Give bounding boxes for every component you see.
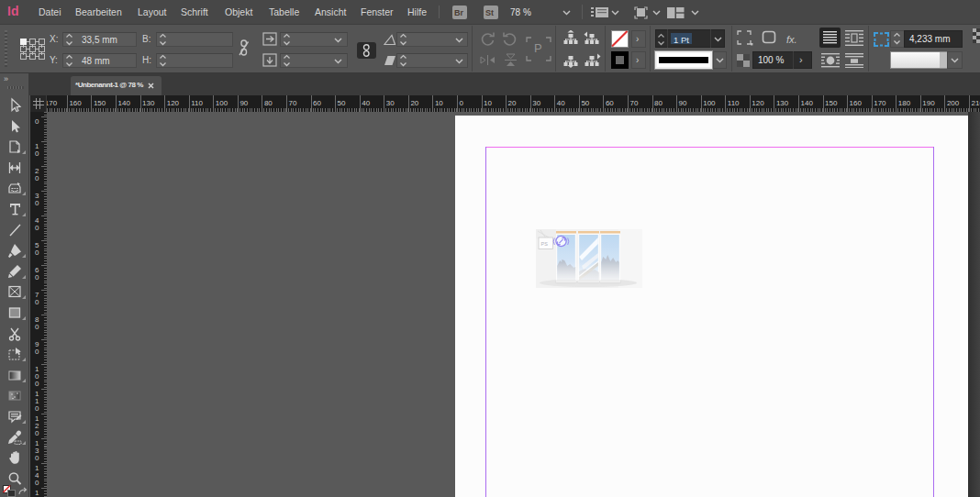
svg-text:PS: PS xyxy=(541,241,549,247)
